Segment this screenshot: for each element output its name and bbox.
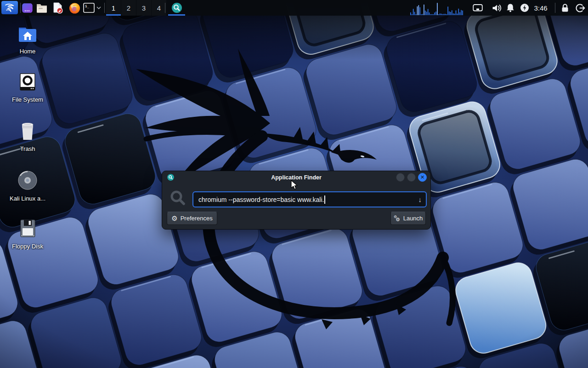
launcher-firefox[interactable] xyxy=(68,2,81,14)
panel-separator xyxy=(555,3,555,13)
launcher-text-editor[interactable] xyxy=(51,2,63,14)
desktop-icon-floppy[interactable]: Floppy Disk xyxy=(5,218,51,250)
clock[interactable]: 3:46 xyxy=(531,0,550,16)
window-app-icon xyxy=(22,2,33,14)
desktop-icon-file-system[interactable]: File System xyxy=(5,72,51,103)
floppy-disk-icon xyxy=(17,218,38,239)
bell-icon xyxy=(506,3,515,12)
workspace-4[interactable]: 4 xyxy=(152,0,166,16)
panel-separator xyxy=(20,3,21,13)
panel-separator xyxy=(104,3,105,13)
kali-desktop: { "panel": { "menu_button": {"icon": "ka… xyxy=(0,0,588,368)
preferences-button[interactable]: ⚙ Preferences xyxy=(167,212,217,225)
text-editor-icon xyxy=(52,2,63,14)
gear-icon: ⚙ xyxy=(171,215,177,222)
entry-dropdown-arrow-icon[interactable]: ↓ xyxy=(418,192,422,207)
terminal-icon: $_ xyxy=(83,3,95,13)
volume-tray-icon[interactable] xyxy=(492,0,503,16)
terminal-dropdown-chevron[interactable] xyxy=(96,2,102,14)
close-icon: ✕ xyxy=(420,175,424,180)
top-panel: $_ 1 2 3 4 xyxy=(0,0,588,16)
logout-button[interactable] xyxy=(575,0,585,16)
panel-separator xyxy=(165,3,165,13)
kali-logo-icon xyxy=(4,2,15,13)
svg-text:$_: $_ xyxy=(85,4,90,8)
close-button[interactable]: ✕ xyxy=(418,173,427,182)
workspace-3[interactable]: 3 xyxy=(136,0,151,16)
launcher-terminal[interactable]: $_ xyxy=(83,2,95,14)
power-bolt-icon xyxy=(520,3,529,12)
network-icon xyxy=(473,4,483,12)
logout-icon xyxy=(576,3,585,13)
mouse-cursor xyxy=(291,180,298,190)
desktop-icon-home[interactable]: Home xyxy=(5,24,51,55)
power-manager-tray-icon[interactable] xyxy=(520,0,529,16)
workspace-1[interactable]: 1 xyxy=(106,0,121,16)
launcher-file-manager[interactable] xyxy=(36,2,48,14)
network-tray-icon[interactable] xyxy=(473,0,483,16)
workspace-switcher: 1 2 3 4 xyxy=(106,0,167,16)
applications-menu-button[interactable] xyxy=(1,1,18,14)
hard-disk-icon xyxy=(17,72,38,92)
firefox-icon xyxy=(68,2,81,14)
file-manager-icon xyxy=(36,2,48,13)
svg-text:⚙: ⚙ xyxy=(396,217,400,222)
command-input-value: chromium --password-store=basic www.kali… xyxy=(198,196,324,203)
notifications-tray-icon[interactable] xyxy=(505,0,515,16)
lock-screen-button[interactable] xyxy=(561,0,569,16)
search-icon xyxy=(170,190,187,207)
maximize-button[interactable] xyxy=(407,173,416,182)
launch-button[interactable]: ⚙ ⚙ Launch xyxy=(390,212,426,225)
text-caret xyxy=(324,196,325,204)
command-input[interactable]: chromium --password-store=basic www.kali… xyxy=(192,191,427,207)
launcher-window-app[interactable] xyxy=(21,2,33,14)
cd-disc-icon xyxy=(17,169,39,191)
lock-icon xyxy=(561,3,569,12)
taskbar-application-finder[interactable] xyxy=(168,0,185,16)
workspace-2[interactable]: 2 xyxy=(121,0,136,16)
desktop-icon-kali-cd[interactable]: Kali Linux a... xyxy=(5,169,51,202)
launch-gears-icon: ⚙ ⚙ xyxy=(394,215,401,222)
desktop-icon-trash[interactable]: Trash xyxy=(5,121,51,152)
home-folder-icon xyxy=(17,24,38,44)
speaker-icon xyxy=(492,4,503,12)
cpu-graph[interactable] xyxy=(410,0,464,16)
minimize-button[interactable] xyxy=(396,173,405,182)
application-finder-icon xyxy=(171,2,182,13)
chevron-down-icon xyxy=(96,6,101,9)
trash-bin-icon xyxy=(17,121,38,142)
